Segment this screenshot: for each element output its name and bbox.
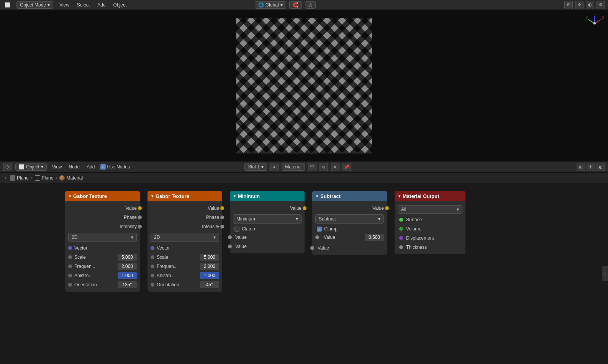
gabor1-aniso-value[interactable]: 1.000 — [118, 272, 137, 279]
delete-node-icon[interactable]: ✕ — [331, 163, 339, 171]
subtract-value-output-label: Value — [372, 206, 384, 211]
minimum-value2-socket[interactable] — [228, 245, 232, 248]
copy-icon[interactable]: ⧉ — [320, 163, 328, 171]
select-menu[interactable]: Select — [75, 2, 91, 8]
minimum-clamp-checkbox[interactable] — [234, 227, 239, 232]
thickness-dot[interactable] — [399, 245, 403, 249]
minimum-header[interactable]: ▾ Minimum — [230, 191, 305, 201]
object-type-dropdown[interactable]: ⬜ Object ▾ — [15, 163, 47, 171]
object-mode-dropdown[interactable]: Object Mode ▾ — [16, 1, 53, 9]
breadcrumb-item-plane1[interactable]: Plane — [10, 175, 29, 181]
surface-dot[interactable] — [399, 218, 403, 222]
material-output-target-dropdown[interactable]: All ▾ — [398, 205, 462, 214]
object-menu[interactable]: Object — [112, 2, 128, 8]
gabor1-dimension-dropdown[interactable]: 2D ▾ — [68, 233, 137, 242]
displacement-dot[interactable] — [399, 236, 403, 240]
gabor1-orient-value[interactable]: 135° — [118, 281, 137, 288]
gabor1-vector-socket[interactable] — [68, 246, 72, 250]
viewport-shading-icon[interactable]: ◐ — [586, 1, 594, 9]
subtract-clamp-checkbox[interactable]: ✓ — [317, 227, 322, 232]
gabor2-phase-socket[interactable] — [220, 215, 224, 219]
gabor2-freq-socket[interactable] — [151, 264, 154, 268]
gabor2-vector-row: Vector — [147, 243, 222, 253]
gabor2-orient-socket[interactable] — [151, 283, 154, 287]
chevron-icon: ▾ — [261, 164, 264, 170]
gabor2-value-socket[interactable] — [220, 206, 224, 210]
gabor2-freq-value[interactable]: 2.000 — [200, 263, 219, 270]
global-dropdown[interactable]: 🌐 Global ▾ — [255, 1, 286, 9]
minimum-operation-dropdown[interactable]: Minimum ▾ — [233, 214, 302, 224]
subtract-value-num[interactable]: 0.500 — [365, 234, 384, 241]
gabor1-intensity-socket[interactable] — [138, 225, 142, 229]
breadcrumb-item-plane2[interactable]: Plane — [35, 175, 54, 181]
use-nodes-toggle[interactable]: ✓ Use Nodes — [100, 164, 130, 170]
gabor1-orient-row: Orientation 135° — [65, 280, 140, 289]
gabor2-orient-value[interactable]: 45° — [200, 281, 219, 288]
gabor2-intensity-socket[interactable] — [220, 225, 224, 229]
material-dropdown[interactable]: Material — [282, 163, 305, 171]
gabor2-collapse-arrow[interactable]: ▾ — [151, 194, 153, 198]
chevron-icon: ▾ — [280, 2, 283, 8]
subtract-header[interactable]: ▾ Subtract — [312, 191, 387, 201]
subtract-input-value: Value — [312, 243, 387, 253]
proportional-dropdown[interactable]: ◎ — [305, 1, 316, 9]
gizmo2-icon[interactable]: ✛ — [587, 163, 595, 171]
gabor1-orient-socket[interactable] — [68, 283, 72, 287]
subtract-operation-dropdown[interactable]: Subtract ▾ — [315, 214, 384, 224]
view-menu[interactable]: View — [58, 2, 71, 8]
sphere-icon[interactable]: ● — [270, 163, 279, 171]
material-output-header[interactable]: ▾ Material Output — [395, 191, 465, 201]
subtract-value-socket[interactable] — [310, 246, 314, 250]
overlay-icon[interactable]: ⊞ — [564, 1, 573, 9]
use-nodes-checkbox[interactable]: ✓ — [100, 164, 106, 170]
material-output-collapse-arrow[interactable]: ▾ — [398, 194, 400, 198]
pin-icon[interactable]: 📌 — [343, 163, 351, 171]
gabor2-vector-socket[interactable] — [151, 246, 154, 250]
breadcrumb-item-material[interactable]: Material — [59, 175, 83, 181]
nodes-container: ▾ Gabor Texture Value Phase Intensity — [0, 191, 608, 292]
gabor2-aniso-socket[interactable] — [151, 274, 154, 277]
shield-icon[interactable]: 🛡 — [308, 163, 316, 171]
gabor2-scale-socket[interactable] — [151, 255, 154, 259]
minimum-body: Value Minimum ▾ Clamp Value — [230, 201, 305, 253]
gabor1-collapse-arrow[interactable]: ▾ — [69, 194, 71, 198]
volume-label: Volume — [406, 226, 421, 232]
gabor1-freq-socket[interactable] — [68, 264, 72, 268]
subtract-value-in-socket[interactable] — [315, 235, 319, 239]
node-add-menu[interactable]: Add — [85, 163, 96, 170]
overlay2-icon[interactable]: ⊞ — [577, 163, 585, 171]
settings-icon[interactable]: ⚙ — [597, 1, 605, 9]
subtract-collapse-arrow[interactable]: ▾ — [316, 194, 318, 198]
editor-type-icon[interactable]: ⬜ — [3, 2, 12, 8]
gabor1-scale-value[interactable]: 5.000 — [118, 254, 137, 261]
gabor2-scale-value[interactable]: 5.000 — [200, 254, 219, 261]
gabor1-scale-socket[interactable] — [68, 255, 72, 259]
toolbar-right: ⊞ ✛ ◐ ⚙ — [564, 1, 605, 9]
gabor1-aniso-socket[interactable] — [68, 274, 72, 277]
gabor1-header[interactable]: ▾ Gabor Texture — [65, 191, 140, 201]
gabor1-value-socket[interactable] — [138, 206, 142, 210]
minimum-value1-socket[interactable] — [228, 235, 232, 239]
right-panel-toggle[interactable]: › — [602, 266, 608, 281]
node-view-menu[interactable]: View — [51, 163, 64, 170]
minimum-collapse-arrow[interactable]: ▾ — [234, 194, 236, 198]
node-editor-icon[interactable]: ⬡ — [3, 163, 11, 171]
volume-dot[interactable] — [399, 227, 403, 231]
subtract-input-value-label: Value — [318, 245, 329, 251]
gabor1-phase-socket[interactable] — [138, 215, 142, 219]
snap-dropdown[interactable]: 🧲 — [289, 1, 302, 9]
left-panel-toggle[interactable]: ‹ — [5, 175, 6, 181]
gizmo-icon[interactable]: ✛ — [575, 1, 583, 9]
subtract-title: Subtract — [320, 193, 341, 199]
gabor2-aniso-value[interactable]: 1.000 — [200, 272, 219, 279]
subtract-operation-label: Subtract — [319, 216, 336, 222]
shading2-icon[interactable]: ◐ — [597, 163, 605, 171]
gabor2-dimension-dropdown[interactable]: 2D ▾ — [151, 233, 219, 242]
subtract-value-output-socket[interactable] — [385, 206, 389, 210]
add-menu[interactable]: Add — [96, 2, 107, 8]
gabor1-freq-value[interactable]: 2.000 — [118, 263, 137, 270]
gabor2-header[interactable]: ▾ Gabor Texture — [147, 191, 222, 201]
slot-dropdown[interactable]: Slot 1 ▾ — [244, 163, 267, 171]
minimum-value-output-socket[interactable] — [303, 206, 306, 210]
node-node-menu[interactable]: Node — [67, 163, 81, 170]
